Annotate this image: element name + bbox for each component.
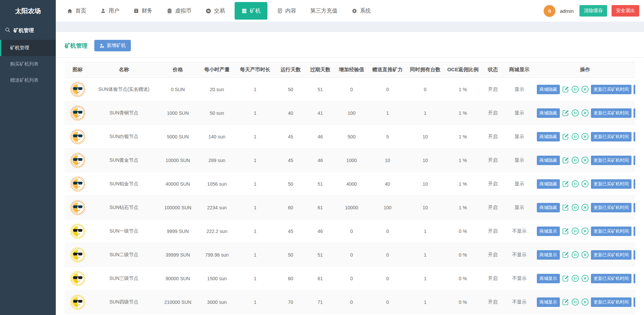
update-time-button[interactable]: 更新已买矿机时间	[591, 274, 631, 283]
cell-price: 5000 SUN	[157, 125, 198, 149]
close-icon[interactable]	[581, 227, 589, 235]
update-time-button[interactable]: 更新已买矿机时间	[591, 203, 631, 212]
pause-icon[interactable]	[571, 298, 579, 306]
close-icon[interactable]	[581, 180, 589, 188]
nav-item-server[interactable]: 矿机	[235, 2, 267, 20]
close-icon[interactable]	[581, 156, 589, 164]
gift-miner-button[interactable]: 赠送矿机	[634, 297, 635, 307]
update-time-button[interactable]: 更新已买矿机时间	[591, 179, 631, 189]
sidebar-section-header[interactable]: 矿机管理	[0, 24, 56, 40]
edit-icon[interactable]	[562, 251, 569, 259]
sidebar-item-2[interactable]: 赠送矿机列表	[0, 72, 56, 88]
close-icon[interactable]	[581, 204, 589, 211]
cell-name: SUN白银节点	[91, 125, 157, 149]
gift-miner-button[interactable]: 赠送矿机	[634, 179, 635, 189]
close-icon[interactable]	[581, 274, 589, 282]
pause-icon[interactable]	[571, 227, 579, 235]
mall-toggle-button[interactable]: 商城隐藏	[537, 179, 560, 189]
edit-icon[interactable]	[562, 133, 569, 140]
pause-icon[interactable]	[571, 180, 579, 188]
username[interactable]: admin	[560, 8, 574, 14]
cell-price: 90000 SUN	[157, 267, 198, 290]
mall-toggle-button[interactable]: 商城显示	[537, 227, 560, 236]
cell-hourly_output: 50 sun	[199, 101, 235, 125]
clear-cache-button[interactable]: 清除缓存	[579, 5, 607, 17]
close-icon[interactable]	[581, 133, 589, 140]
mall-toggle-button[interactable]: 商城隐藏	[537, 132, 560, 141]
miner-row: SUN三级节点90000 SUN1500 sun160610010 %开启不显示…	[65, 267, 635, 290]
edit-icon[interactable]	[562, 204, 569, 211]
cell-price: 210000 SUN	[157, 290, 198, 314]
gift-miner-button[interactable]: 赠送矿机	[634, 108, 635, 118]
sun-miner-icon	[66, 82, 90, 97]
add-miner-button[interactable]: 新增矿机	[94, 40, 131, 51]
cell-name: SUN黄金节点	[91, 149, 157, 172]
update-time-button[interactable]: 更新已买矿机时间	[591, 85, 631, 94]
sidebar-item-1[interactable]: 购买矿机列表	[0, 56, 56, 72]
cell-status: 开启	[482, 149, 504, 172]
pause-icon[interactable]	[571, 274, 579, 282]
edit-icon[interactable]	[562, 298, 569, 306]
update-time-button[interactable]: 更新已买矿机时间	[591, 108, 631, 118]
edit-icon[interactable]	[562, 86, 569, 93]
nav-item-recharge[interactable]: 第三方充值	[303, 0, 344, 22]
mall-toggle-button[interactable]: 商城隐藏	[537, 108, 560, 118]
mall-toggle-button[interactable]: 商城显示	[537, 274, 560, 283]
gift-miner-button[interactable]: 赠送矿机	[634, 132, 635, 141]
gift-miner-button[interactable]: 赠送矿机	[634, 85, 635, 94]
mall-toggle-button[interactable]: 商城显示	[537, 297, 560, 307]
nav-label: 交易	[214, 7, 225, 15]
update-time-button[interactable]: 更新已买矿机时间	[591, 227, 631, 236]
cell-status: 开启	[482, 196, 504, 219]
sidebar-item-0[interactable]: 矿机管理	[0, 40, 56, 56]
cell-status: 开启	[482, 219, 504, 243]
nav-item-document[interactable]: 内容	[270, 0, 303, 22]
edit-icon[interactable]	[562, 275, 569, 282]
sidebar-menu: 矿机管理购买矿机列表赠送矿机列表	[0, 40, 56, 88]
pause-icon[interactable]	[571, 109, 579, 117]
close-icon[interactable]	[581, 298, 589, 306]
mall-toggle-button[interactable]: 商城显示	[537, 250, 560, 260]
avatar[interactable]: a	[544, 5, 555, 17]
nav-item-finance[interactable]: ¥财务	[126, 0, 160, 22]
close-icon[interactable]	[581, 251, 589, 259]
pause-icon[interactable]	[571, 204, 579, 211]
edit-icon[interactable]	[562, 180, 569, 188]
edit-icon[interactable]	[562, 228, 569, 235]
cell-status: 开启	[482, 267, 504, 290]
cell-hourly_output: 799.98 sun	[199, 243, 235, 267]
edit-icon[interactable]	[562, 157, 569, 164]
miner-row: SUN青铜节点1000 SUN50 sun14041100111 %开启显示商城…	[65, 101, 635, 125]
mall-toggle-button[interactable]: 商城隐藏	[537, 85, 560, 94]
column-header-0: 图标	[65, 62, 91, 78]
cell-status: 开启	[482, 78, 504, 101]
cell-daily_hours: 1	[235, 267, 275, 290]
pause-icon[interactable]	[571, 85, 579, 93]
update-time-button[interactable]: 更新已买矿机时间	[591, 250, 631, 260]
mall-toggle-button[interactable]: 商城隐藏	[537, 156, 560, 165]
gift-miner-button[interactable]: 赠送矿机	[634, 156, 635, 165]
nav-item-user[interactable]: 用户	[93, 0, 126, 22]
gift-miner-button[interactable]: 赠送矿机	[634, 274, 635, 283]
edit-icon[interactable]	[562, 109, 569, 117]
close-icon[interactable]	[581, 109, 589, 117]
update-time-button[interactable]: 更新已买矿机时间	[591, 132, 631, 141]
nav-item-trade[interactable]: 交易	[198, 0, 232, 22]
nav-item-gear[interactable]: 系统	[344, 0, 378, 22]
pause-icon[interactable]	[571, 133, 579, 140]
nav-item-home[interactable]: 首页	[60, 0, 93, 22]
mall-toggle-button[interactable]: 商城隐藏	[537, 203, 560, 212]
pause-icon[interactable]	[571, 156, 579, 164]
miner-row: SUN白银节点5000 SUN140 sun145465005101 %开启显示…	[65, 125, 635, 149]
update-time-button[interactable]: 更新已买矿机时间	[591, 156, 631, 165]
nav-item-coins[interactable]: 虚拟币	[160, 0, 198, 22]
logout-button[interactable]: 安全退出	[612, 5, 639, 17]
update-time-button[interactable]: 更新已买矿机时间	[591, 297, 631, 307]
pause-icon[interactable]	[571, 251, 579, 259]
gift-miner-button[interactable]: 赠送矿机	[634, 227, 635, 236]
cell-status: 开启	[482, 101, 504, 125]
close-icon[interactable]	[581, 85, 589, 93]
gift-miner-button[interactable]: 赠送矿机	[634, 203, 635, 212]
cell-gift_power: 10	[369, 149, 406, 172]
gift-miner-button[interactable]: 赠送矿机	[634, 250, 635, 260]
